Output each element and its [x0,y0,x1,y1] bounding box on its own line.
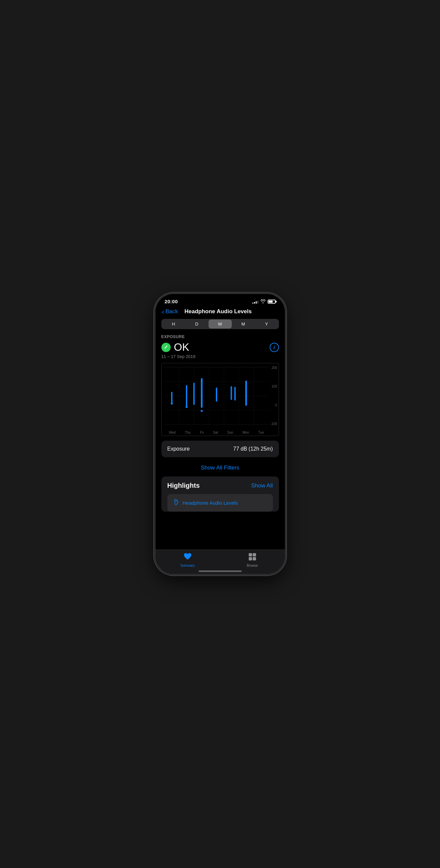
status-icons [253,299,275,304]
phone-frame: 20:00 [155,294,285,574]
back-chevron-icon: ‹ [162,308,165,315]
chart-x-thu: Thu [185,431,190,434]
segment-m[interactable]: M [232,319,255,329]
svg-rect-25 [249,557,252,560]
chart-x-labels: Wed Thu Fri Sat Sun Mon Tue [165,431,269,434]
exposure-card: Exposure 77 dB (12h 25m) [162,441,279,457]
browse-icon [248,553,257,562]
chart-y-label-100: 100 [272,384,277,388]
ok-checkmark-icon: ✓ [164,344,168,350]
nav-header: ‹ Back Headphone Audio Levels [155,306,285,319]
svg-point-14 [185,406,187,408]
chart-x-wed: Wed [169,431,175,434]
heart-icon [183,553,192,562]
notch [195,294,245,304]
tab-browse-label: Browse [247,564,258,567]
status-time: 20:00 [165,299,178,304]
svg-rect-24 [253,553,256,556]
segment-y[interactable]: Y [255,319,278,329]
back-button[interactable]: ‹ Back [162,308,178,315]
phone-screen: 20:00 [155,294,285,574]
highlight-item-text: Headphone Audio Levels [183,500,238,506]
segment-h[interactable]: H [162,319,185,329]
segment-d[interactable]: D [185,319,209,329]
audio-chart: 200 100 0 -100 Wed Thu Fri Sat Sun Mon T… [162,363,279,436]
info-icon: i [273,344,275,350]
info-button[interactable]: i [270,343,279,352]
show-all-button[interactable]: Show All [251,483,273,489]
svg-rect-23 [249,553,252,556]
battery-icon [268,300,275,304]
ear-icon [173,499,179,507]
tab-summary[interactable]: Summary [155,553,220,567]
exposure-status: ✓ OK i [162,341,279,353]
date-range: 11 – 17 Sep 2019 [162,354,279,359]
home-indicator [199,570,242,572]
show-all-filters-button[interactable]: Show All Filters [162,462,279,476]
exposure-ok: ✓ OK [162,341,189,353]
highlight-item[interactable]: Headphone Audio Levels [167,494,273,512]
chart-x-fri: Fri [200,431,204,434]
wifi-icon [260,299,266,304]
tab-summary-label: Summary [181,564,195,567]
tab-browse[interactable]: Browse [220,553,285,567]
chart-y-label-200: 200 [272,366,277,370]
exposure-status-text: OK [174,341,189,353]
chart-y-label-neg100: -100 [270,422,277,426]
highlights-header: Highlights Show All [167,482,273,489]
exposure-card-label: Exposure [167,446,190,452]
exposure-card-value: 77 dB (12h 25m) [233,446,273,452]
chart-x-tue: Tue [258,431,264,434]
exposure-section: EXPOSURE ✓ OK i 11 – 17 Sep 2019 [162,335,279,359]
chart-y-label-0: 0 [275,403,277,407]
back-label: Back [165,308,178,315]
chart-svg [165,366,269,426]
segment-w[interactable]: W [209,319,232,329]
svg-point-17 [201,410,203,412]
segment-control: H D W M Y [162,319,279,329]
ok-circle-icon: ✓ [162,343,171,352]
exposure-label: EXPOSURE [162,335,279,339]
chart-x-sun: Sun [228,431,233,434]
chart-y-labels: 200 100 0 -100 [270,366,277,426]
signal-icon [253,300,258,304]
chart-x-sat: Sat [213,431,218,434]
chart-grid [165,366,269,426]
battery-fill [269,301,273,303]
svg-rect-26 [253,557,256,560]
page-title: Headphone Audio Levels [178,308,258,315]
chart-x-mon: Mon [242,431,249,434]
highlights-section: Highlights Show All Headphone Audio Leve… [162,476,279,512]
svg-point-22 [175,501,176,502]
svg-point-12 [171,402,173,404]
highlights-title: Highlights [167,482,200,489]
main-content: EXPOSURE ✓ OK i 11 – 17 Sep 2019 [155,335,285,568]
